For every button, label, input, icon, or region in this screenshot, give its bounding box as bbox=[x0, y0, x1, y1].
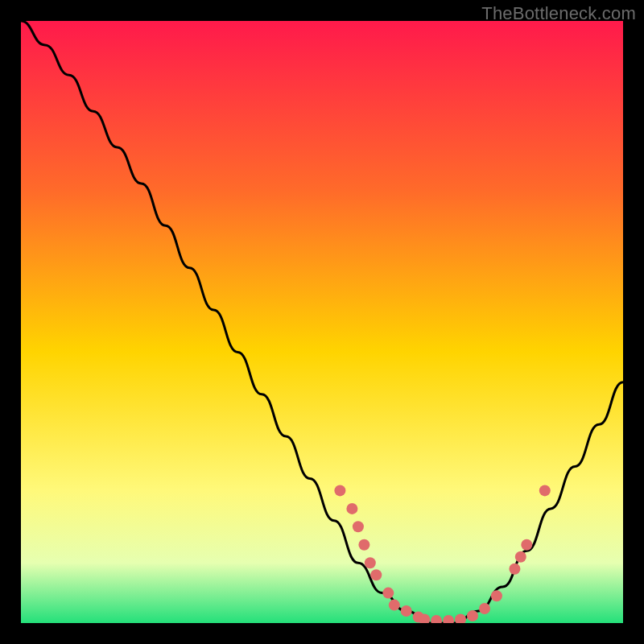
chart-frame bbox=[21, 21, 623, 623]
data-point bbox=[479, 603, 490, 614]
data-point bbox=[382, 588, 394, 599]
data-point bbox=[515, 551, 526, 563]
data-point bbox=[491, 590, 502, 601]
data-point bbox=[539, 485, 551, 496]
data-point bbox=[401, 605, 412, 617]
data-point bbox=[353, 521, 364, 532]
data-point bbox=[365, 557, 376, 568]
data-point bbox=[346, 503, 357, 514]
data-point bbox=[370, 569, 382, 580]
gradient-background bbox=[21, 21, 623, 623]
data-point bbox=[509, 564, 520, 575]
data-point bbox=[389, 600, 400, 611]
data-point bbox=[521, 539, 532, 551]
data-point bbox=[358, 539, 369, 551]
data-point bbox=[467, 610, 478, 621]
bottleneck-chart bbox=[21, 21, 623, 623]
data-point bbox=[334, 485, 345, 496]
